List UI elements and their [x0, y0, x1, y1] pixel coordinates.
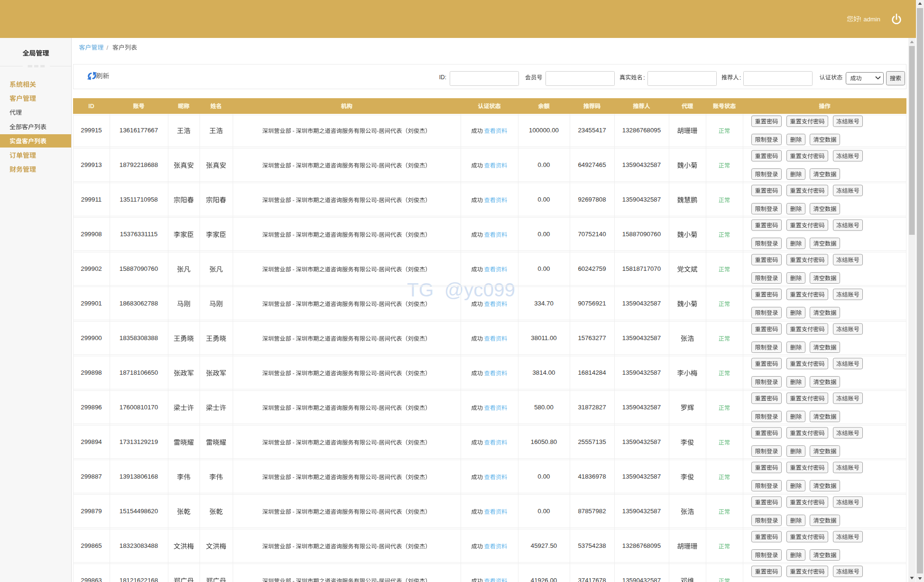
svg-text:15376331115: 15376331115: [120, 231, 157, 238]
svg-text:13286768095: 13286768095: [622, 127, 661, 134]
svg-text:334.70: 334.70: [534, 300, 554, 307]
svg-text:37417678: 37417678: [578, 577, 606, 582]
svg-text:0.00: 0.00: [538, 265, 550, 272]
svg-text:ID:: ID:: [439, 74, 446, 81]
svg-text:13286768095: 13286768095: [622, 542, 661, 549]
svg-text:31872827: 31872827: [578, 404, 606, 411]
svg-text:64927465: 64927465: [578, 161, 606, 168]
svg-text:23455417: 23455417: [578, 127, 606, 134]
svg-text:299894: 299894: [81, 438, 102, 445]
svg-text:299900: 299900: [81, 334, 102, 342]
svg-text:41926.00: 41926.00: [531, 577, 557, 582]
svg-text:17600810170: 17600810170: [120, 404, 158, 411]
svg-text:13590432587: 13590432587: [622, 334, 661, 342]
svg-text:13590432587: 13590432587: [622, 369, 661, 376]
svg-text:299879: 299879: [81, 508, 102, 515]
svg-text:299908: 299908: [81, 231, 102, 238]
svg-text:13511710958: 13511710958: [120, 196, 157, 203]
svg-text:299902: 299902: [81, 265, 102, 272]
svg-text:15887090760: 15887090760: [120, 265, 158, 272]
svg-text:18792218688: 18792218688: [120, 161, 158, 168]
svg-text:18121622168: 18121622168: [120, 577, 158, 582]
svg-text:299865: 299865: [81, 542, 102, 549]
svg-text:13590432587: 13590432587: [622, 438, 661, 445]
svg-text:299863: 299863: [81, 577, 102, 582]
svg-text:299898: 299898: [81, 369, 102, 376]
svg-text:13616177667: 13616177667: [120, 127, 158, 134]
svg-text:/: /: [107, 44, 109, 51]
svg-text:18718106650: 18718106650: [120, 369, 158, 376]
svg-text:299887: 299887: [81, 473, 102, 480]
svg-text:13913806168: 13913806168: [120, 473, 158, 480]
svg-text:70752140: 70752140: [578, 231, 606, 238]
svg-text:299901: 299901: [81, 300, 102, 307]
svg-text:3814.00: 3814.00: [532, 369, 555, 376]
svg-text:92697808: 92697808: [578, 196, 606, 203]
svg-text:299896: 299896: [81, 404, 102, 411]
svg-text:45927.50: 45927.50: [531, 542, 557, 549]
svg-text:580.00: 580.00: [534, 404, 554, 411]
svg-text:0.00: 0.00: [538, 196, 550, 203]
svg-text:13590432587: 13590432587: [622, 473, 661, 480]
svg-text:0.00: 0.00: [538, 231, 550, 238]
svg-text:100000.00: 100000.00: [529, 127, 559, 134]
svg-text:16814284: 16814284: [578, 369, 606, 376]
svg-text:18683062788: 18683062788: [120, 300, 158, 307]
svg-text:41836978: 41836978: [578, 473, 606, 480]
svg-text:90756921: 90756921: [578, 300, 606, 307]
svg-text:299915: 299915: [81, 127, 102, 134]
svg-text:16050.80: 16050.80: [531, 438, 557, 445]
svg-text:0.00: 0.00: [538, 473, 550, 480]
svg-text:299913: 299913: [81, 161, 102, 168]
svg-text:ID: ID: [88, 103, 94, 110]
svg-text:18323083488: 18323083488: [120, 542, 158, 549]
svg-text:18358308388: 18358308388: [120, 334, 158, 342]
svg-text:13590432587: 13590432587: [622, 161, 661, 168]
svg-text:53754238: 53754238: [578, 542, 606, 549]
svg-text::: :: [643, 74, 645, 81]
svg-text::: :: [739, 74, 741, 81]
svg-text:0.00: 0.00: [538, 508, 550, 515]
svg-text:87857982: 87857982: [578, 508, 606, 515]
svg-text:0.00: 0.00: [538, 161, 550, 168]
svg-text:299911: 299911: [81, 196, 102, 203]
svg-text:17313129219: 17313129219: [120, 438, 158, 445]
svg-text:15154498620: 15154498620: [120, 508, 158, 515]
svg-text:60242759: 60242759: [578, 265, 606, 272]
svg-text:15818717070: 15818717070: [622, 265, 661, 272]
svg-text:15887090760: 15887090760: [622, 231, 661, 238]
svg-text:13590432587: 13590432587: [622, 404, 661, 411]
svg-text:!: !: [859, 16, 861, 23]
svg-text:13590432587: 13590432587: [622, 577, 661, 582]
svg-text:13590432587: 13590432587: [622, 300, 661, 307]
svg-text:admin: admin: [864, 16, 880, 23]
svg-text:38011.00: 38011.00: [531, 334, 556, 342]
svg-text:15763277: 15763277: [578, 334, 606, 342]
svg-text:13590432587: 13590432587: [622, 196, 661, 203]
svg-text:13590432587: 13590432587: [622, 508, 661, 515]
svg-text:25557135: 25557135: [578, 438, 606, 445]
